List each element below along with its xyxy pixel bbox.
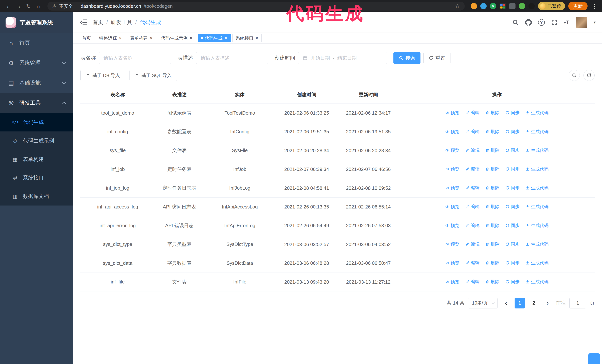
browser-reload-icon[interactable]: ↻	[24, 2, 33, 10]
browser-forward-icon[interactable]: →	[14, 2, 23, 10]
preview-link[interactable]: 预览	[445, 241, 460, 247]
preview-link[interactable]: 预览	[445, 147, 460, 153]
import-db-button[interactable]: 基于 DB 导入	[80, 70, 125, 81]
github-icon[interactable]	[525, 19, 532, 26]
fullscreen-icon[interactable]	[551, 19, 558, 26]
user-avatar[interactable]	[576, 17, 587, 28]
sync-link[interactable]: 同步	[505, 147, 520, 153]
font-size-icon[interactable]: тT	[564, 19, 570, 26]
reset-button[interactable]: 重置	[423, 52, 451, 64]
tab-close-icon[interactable]: ×	[190, 36, 193, 41]
edit-link[interactable]: 编辑	[465, 185, 480, 191]
delete-link[interactable]: 删除	[485, 185, 500, 191]
goto-page-input[interactable]	[570, 298, 586, 308]
sidebar-item-system-management[interactable]: ⚙ 系统管理	[0, 53, 73, 73]
sync-link[interactable]: 同步	[505, 204, 520, 210]
generate-code-link[interactable]: 生成代码	[526, 166, 549, 172]
sync-link[interactable]: 同步	[505, 110, 520, 116]
next-page-button[interactable]: ›	[543, 298, 552, 308]
preview-link[interactable]: 预览	[445, 279, 460, 285]
date-range-picker[interactable]: 开始日期 - 结束日期	[298, 52, 387, 64]
sidebar-item-system-api[interactable]: ⇄ 系统接口	[0, 168, 73, 187]
tab-codegen-example[interactable]: 代码生成示例×	[158, 34, 196, 42]
generate-code-link[interactable]: 生成代码	[526, 129, 549, 135]
sync-link[interactable]: 同步	[505, 185, 520, 191]
paused-badge[interactable]: 已暂停	[538, 2, 565, 10]
generate-code-link[interactable]: 生成代码	[526, 260, 549, 266]
edit-link[interactable]: 编辑	[465, 223, 480, 229]
tab-close-icon[interactable]: ×	[119, 36, 122, 41]
edit-link[interactable]: 编辑	[465, 129, 480, 135]
sidebar-item-codegen-example[interactable]: ◇ 代码生成示例	[0, 131, 73, 150]
browser-back-icon[interactable]: ←	[4, 2, 13, 10]
tab-home[interactable]: 首页	[79, 34, 94, 42]
tab-codegen[interactable]: 代码生成×	[198, 34, 231, 42]
search-button[interactable]: 搜索	[393, 52, 420, 64]
page-size-select[interactable]: 10条/页	[468, 298, 497, 308]
extension-icon[interactable]: V	[490, 3, 496, 9]
browser-menu-icon[interactable]: ⋮	[591, 3, 598, 10]
generate-code-link[interactable]: 生成代码	[526, 110, 549, 116]
extension-icon[interactable]	[500, 3, 506, 9]
preview-link[interactable]: 预览	[445, 223, 460, 229]
delete-link[interactable]: 删除	[485, 147, 500, 153]
preview-link[interactable]: 预览	[445, 204, 460, 210]
search-icon[interactable]	[512, 19, 519, 26]
delete-link[interactable]: 删除	[485, 129, 500, 135]
table-name-input[interactable]	[99, 52, 171, 64]
generate-code-link[interactable]: 生成代码	[526, 147, 549, 153]
browser-home-icon[interactable]: ⌂	[34, 2, 43, 10]
edit-link[interactable]: 编辑	[465, 110, 480, 116]
import-sql-button[interactable]: 基于 SQL 导入	[129, 70, 177, 81]
page-button-2[interactable]: 2	[529, 298, 539, 308]
delete-link[interactable]: 删除	[485, 241, 500, 247]
delete-link[interactable]: 删除	[485, 166, 500, 172]
extension-icon[interactable]	[480, 3, 487, 9]
help-icon[interactable]: ?	[538, 19, 545, 26]
delete-link[interactable]: 删除	[485, 223, 500, 229]
sidebar-item-codegen[interactable]: </> 代码生成	[0, 113, 73, 131]
end-date-placeholder[interactable]: 结束日期	[337, 55, 357, 61]
breadcrumb-home[interactable]: 首页	[93, 19, 103, 26]
sync-link[interactable]: 同步	[505, 260, 520, 266]
toggle-search-button[interactable]	[569, 70, 580, 81]
refresh-table-button[interactable]	[583, 70, 595, 81]
sync-link[interactable]: 同步	[505, 241, 520, 247]
tab-form-builder[interactable]: 表单构建×	[127, 34, 156, 42]
generate-code-link[interactable]: 生成代码	[526, 204, 549, 210]
delete-link[interactable]: 删除	[485, 260, 500, 266]
preview-link[interactable]: 预览	[445, 185, 460, 191]
generate-code-link[interactable]: 生成代码	[526, 279, 549, 285]
start-date-placeholder[interactable]: 开始日期	[311, 55, 330, 61]
edit-link[interactable]: 编辑	[465, 279, 480, 285]
sync-link[interactable]: 同步	[505, 166, 520, 172]
tab-close-icon[interactable]: ×	[225, 36, 228, 41]
bookmark-star-icon[interactable]: ☆	[455, 3, 460, 10]
edit-link[interactable]: 编辑	[465, 204, 480, 210]
sidebar-item-infrastructure[interactable]: ▤ 基础设施	[0, 73, 73, 93]
generate-code-link[interactable]: 生成代码	[526, 241, 549, 247]
sidebar-item-form-builder[interactable]: ▦ 表单构建	[0, 150, 73, 168]
delete-link[interactable]: 删除	[485, 279, 500, 285]
generate-code-link[interactable]: 生成代码	[526, 185, 549, 191]
extension-icon[interactable]	[471, 3, 477, 9]
address-bar[interactable]: ⚠ 不安全 dashboard.yudao.iocoder.cn/tool/co…	[47, 2, 465, 10]
preview-link[interactable]: 预览	[445, 166, 460, 172]
tab-system-api[interactable]: 系统接口×	[232, 34, 262, 42]
edit-link[interactable]: 编辑	[465, 147, 480, 153]
delete-link[interactable]: 删除	[485, 204, 500, 210]
sync-link[interactable]: 同步	[505, 223, 520, 229]
edit-link[interactable]: 编辑	[465, 260, 480, 266]
extension-icon[interactable]	[519, 3, 525, 9]
preview-link[interactable]: 预览	[445, 129, 460, 135]
delete-link[interactable]: 删除	[485, 110, 500, 116]
sidebar-item-db-docs[interactable]: ▥ 数据库文档	[0, 187, 73, 206]
pin-extension-icon[interactable]	[528, 3, 535, 9]
tab-close-icon[interactable]: ×	[255, 36, 258, 41]
prev-page-button[interactable]: ‹	[501, 298, 511, 308]
sync-link[interactable]: 同步	[505, 279, 520, 285]
preview-link[interactable]: 预览	[445, 260, 460, 266]
browser-update-button[interactable]: 更新	[568, 2, 588, 10]
generate-code-link[interactable]: 生成代码	[526, 223, 549, 229]
corner-action-button[interactable]	[588, 353, 600, 364]
